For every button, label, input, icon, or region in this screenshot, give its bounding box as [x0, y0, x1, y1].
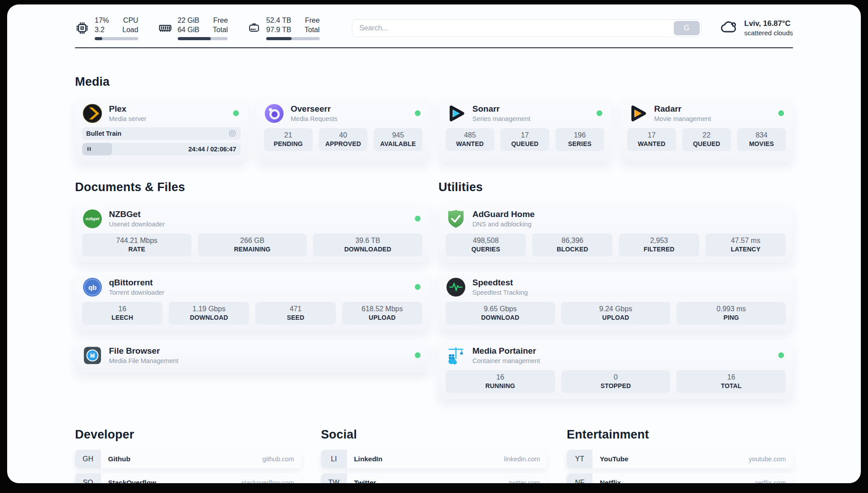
bookmark-url: github.com	[263, 455, 301, 463]
bookmark-name: LinkedIn	[347, 455, 504, 463]
stat-label: APPROVED	[321, 140, 365, 147]
app-card-speedtest[interactable]: Speedtest Speedtest Tracking 9.65 Gbps D…	[438, 272, 793, 331]
stat-label: DOWNLOADED	[316, 246, 420, 253]
status-online-dot	[415, 352, 421, 358]
app-card-qbittorrent[interactable]: qb qBittorrent Torrent downloader 16 LEE…	[75, 272, 430, 331]
stat-boxes: 498,508 QUERIES 86,396 BLOCKED 2,953 FIL…	[446, 234, 786, 256]
app-subtitle: Container management	[472, 357, 772, 364]
overseerr-icon	[264, 103, 284, 124]
stat-label: MOVIES	[740, 140, 783, 147]
weather-widget: Lviv, 16.87°C scattered clouds	[720, 18, 793, 38]
bookmark-name: Twitter	[347, 479, 509, 483]
stat-box: 16 TOTAL	[676, 370, 786, 393]
bookmark-abbr: TW	[321, 473, 347, 483]
ram-icon	[158, 21, 172, 35]
app-card-file-browser[interactable]: File Browser Media File Management	[75, 340, 430, 372]
weather-location-temp: Lviv, 16.87°C	[744, 19, 793, 28]
stat-box: 39.6 TB DOWNLOADED	[313, 234, 422, 256]
stat-label: DOWNLOAD	[171, 314, 246, 321]
stat-value: 0	[564, 373, 668, 381]
app-subtitle: Media File Management	[109, 357, 409, 364]
stat-box: 498,508 QUERIES	[446, 234, 526, 256]
stat-label: QUERIES	[448, 246, 523, 253]
app-card-overseerr[interactable]: Overseerr Media Requests 21 PENDING 40 A…	[257, 98, 430, 162]
bookmark-row-stackoverflow[interactable]: SO StackOverflow stackoverflow.com	[75, 473, 301, 483]
resource-label-2: Total	[305, 25, 320, 35]
speedtest-icon	[446, 277, 466, 297]
bookmark-url: youtube.com	[749, 455, 793, 463]
stat-value: 86,396	[535, 237, 610, 245]
section-heading-social: Social	[321, 428, 547, 442]
bookmark-row-linkedin[interactable]: LI LinkedIn linkedin.com	[321, 450, 547, 468]
resource-value-2: 64 GiB	[178, 25, 200, 35]
resource-widget: 17% 3.2 CPU Load	[75, 16, 138, 40]
stat-box: 17 QUEUED	[501, 128, 549, 151]
stat-boxes: 16 RUNNING 0 STOPPED 16 TOTAL	[446, 370, 786, 393]
app-subtitle: Media server	[109, 115, 227, 122]
app-title: Overseerr	[291, 104, 409, 114]
stat-value: 2,953	[622, 237, 697, 245]
search-engine-button[interactable]: G	[674, 21, 700, 35]
app-title: Radarr	[654, 104, 772, 114]
plex-icon	[82, 103, 103, 124]
app-title: NZBGet	[109, 209, 409, 220]
stat-box: 2,953 FILTERED	[619, 234, 699, 256]
screen-icon[interactable]	[228, 129, 237, 138]
stat-box: 16 LEECH	[82, 302, 163, 325]
stat-box: 16 RUNNING	[446, 370, 555, 393]
app-title: Plex	[109, 104, 227, 114]
resource-progress-bar	[95, 37, 138, 40]
stat-value: 0.993 ms	[679, 305, 783, 313]
stat-boxes: 16 LEECH 1.19 Gbps DOWNLOAD 471 SEED 618…	[82, 302, 422, 325]
section-heading-entertainment: Entertainment	[567, 428, 793, 442]
bookmark-url: linkedin.com	[504, 455, 547, 463]
bookmark-name: Github	[101, 455, 263, 463]
media-player: Bullet Train 24:44 / 02:06:47	[82, 127, 241, 155]
stat-box: 266 GB REMAINING	[198, 234, 307, 256]
stat-value: 266 GB	[200, 237, 305, 245]
app-card-radarr[interactable]: Radarr Movie management 17 WANTED 22 QUE…	[620, 98, 793, 162]
stat-label: TOTAL	[679, 382, 783, 389]
stat-label: SEED	[258, 314, 333, 321]
app-card-adguard-home[interactable]: AdGuard Home DNS and adblocking 498,508 …	[438, 203, 793, 263]
bookmark-url: twitter.com	[509, 479, 547, 483]
app-card-media-portainer[interactable]: Media Portainer Container management 16 …	[438, 340, 793, 399]
stat-label: REMAINING	[200, 246, 305, 253]
bookmark-row-github[interactable]: GH Github github.com	[75, 450, 301, 468]
now-playing-row: Bullet Train	[82, 127, 241, 140]
status-online-dot	[233, 110, 239, 116]
bookmark-row-netflix[interactable]: NF Netflix netflix.com	[567, 473, 793, 483]
stat-box: 0 STOPPED	[561, 370, 671, 393]
bookmark-row-twitter[interactable]: TW Twitter twitter.com	[321, 473, 547, 483]
stat-value: 834	[740, 131, 783, 139]
app-title: File Browser	[109, 346, 409, 356]
stat-box: 196 SERIES	[555, 128, 604, 151]
section-heading-developer: Developer	[75, 428, 301, 442]
app-card-sonarr[interactable]: Sonarr Series management 485 WANTED 17 Q…	[438, 98, 611, 162]
stat-label: QUEUED	[503, 140, 547, 147]
app-card-plex[interactable]: Plex Media server Bullet Train 24:44 / 0…	[75, 98, 248, 162]
stat-value: 17	[503, 131, 547, 139]
resource-label-1: Free	[305, 16, 320, 25]
stat-box: 22 QUEUED	[682, 128, 731, 151]
stat-box: 86,396 BLOCKED	[532, 234, 613, 256]
app-subtitle: Speedtest Tracking	[472, 289, 786, 296]
cloud-icon	[720, 18, 738, 38]
bookmark-name: StackOverflow	[101, 479, 241, 483]
app-card-nzbget[interactable]: nzbget NZBGet Usenet downloader 744.21 M…	[75, 203, 430, 263]
search-input[interactable]	[352, 19, 701, 37]
playback-seek-bar[interactable]: 24:44 / 02:06:47	[82, 143, 241, 155]
resource-value-1: 52.4 TB	[266, 16, 291, 25]
svg-text:qb: qb	[88, 283, 97, 291]
resource-label-1: CPU	[122, 16, 138, 25]
stat-box: 21 PENDING	[264, 128, 313, 151]
bookmark-row-youtube[interactable]: YT YouTube youtube.com	[567, 450, 793, 468]
svg-text:nzbget: nzbget	[86, 216, 100, 221]
stat-box: 1.19 Gbps DOWNLOAD	[169, 302, 249, 325]
stat-value: 498,508	[448, 237, 523, 245]
portainer-icon	[446, 345, 466, 366]
pause-icon[interactable]	[86, 146, 92, 152]
app-title: AdGuard Home	[472, 209, 786, 220]
status-online-dot	[778, 352, 784, 358]
stat-box: 945 AVAILABLE	[374, 128, 422, 151]
